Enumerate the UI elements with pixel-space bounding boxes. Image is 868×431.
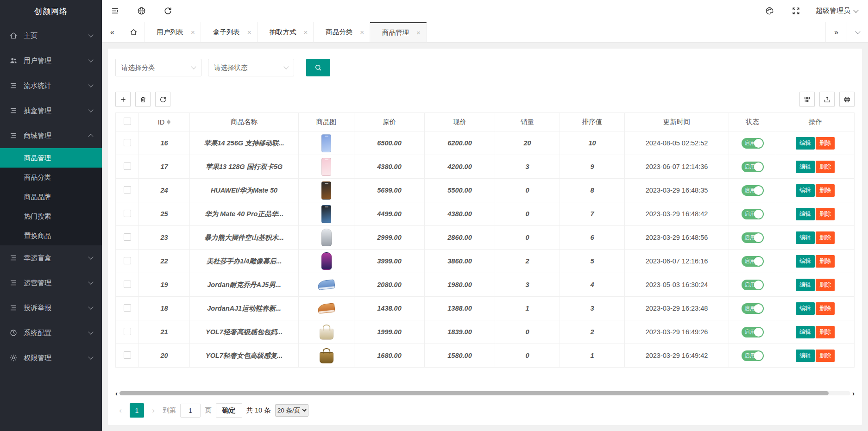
submenu-item-2[interactable]: 商品品牌 (0, 187, 102, 206)
submenu-item-0[interactable]: 商品管理 (0, 148, 102, 168)
submenu-item-1[interactable]: 商品分类 (0, 168, 102, 187)
delete-button[interactable]: 删除 (816, 208, 835, 220)
row-checkbox[interactable] (124, 328, 131, 335)
edit-button[interactable]: 编辑 (796, 161, 815, 173)
delete-button[interactable]: 删除 (816, 326, 835, 338)
row-checkbox[interactable] (124, 281, 131, 288)
product-thumbnail[interactable] (321, 252, 332, 270)
globe-icon[interactable] (128, 0, 155, 22)
tab-抽取方式[interactable]: 抽取方式× (258, 22, 314, 42)
product-thumbnail[interactable] (321, 205, 331, 223)
delete-button[interactable]: 删除 (816, 279, 835, 291)
status-toggle[interactable]: 启用 (742, 185, 764, 196)
confirm-page-button[interactable]: 确定 (216, 403, 242, 418)
sidebar-item-users[interactable]: 用户管理 (0, 48, 102, 73)
search-button[interactable] (306, 59, 330, 76)
sidebar-item-perm[interactable]: 权限管理 (0, 345, 102, 370)
delete-button[interactable]: 删除 (816, 231, 835, 244)
status-toggle[interactable]: 启用 (742, 232, 764, 243)
prev-page-button[interactable]: ‹ (115, 406, 126, 415)
product-thumbnail[interactable] (317, 279, 335, 290)
product-thumbnail[interactable] (320, 329, 333, 340)
table-refresh-button[interactable] (155, 92, 170, 107)
columns-filter-button[interactable] (799, 92, 815, 107)
row-checkbox[interactable] (124, 139, 131, 146)
close-icon[interactable]: × (191, 29, 195, 36)
sidebar-item-flow[interactable]: 流水统计 (0, 73, 102, 98)
tab-商品分类[interactable]: 商品分类× (314, 22, 370, 42)
scrollbar-thumb[interactable] (120, 391, 829, 395)
sidebar-item-lucky[interactable]: 幸运盲盒 (0, 245, 102, 270)
delete-button[interactable]: 删除 (816, 302, 835, 315)
select-all-checkbox[interactable] (124, 118, 131, 125)
product-thumbnail[interactable] (317, 303, 335, 314)
close-icon[interactable]: × (360, 29, 364, 36)
sidebar-item-ops[interactable]: 运营管理 (0, 270, 102, 295)
export-button[interactable] (819, 92, 835, 107)
edit-button[interactable]: 编辑 (796, 326, 815, 338)
edit-button[interactable]: 编辑 (796, 302, 815, 315)
status-toggle[interactable]: 启用 (742, 256, 764, 267)
sidebar-item-sysconfig[interactable]: 系统配置 (0, 320, 102, 345)
product-thumbnail[interactable] (321, 229, 332, 246)
sort-icon[interactable] (167, 119, 170, 125)
tab-用户列表[interactable]: 用户列表× (145, 22, 201, 42)
sidebar-item-complaint[interactable]: 投诉举报 (0, 295, 102, 320)
category-select[interactable]: 请选择分类 (115, 59, 201, 76)
delete-button[interactable]: 删除 (816, 350, 835, 362)
edit-button[interactable]: 编辑 (796, 208, 815, 220)
submenu-item-3[interactable]: 热门搜索 (0, 206, 102, 226)
sidebar-item-box[interactable]: 抽盒管理 (0, 98, 102, 123)
refresh-icon[interactable] (155, 0, 181, 22)
delete-button[interactable]: 删除 (816, 255, 835, 268)
submenu-item-4[interactable]: 置换商品 (0, 226, 102, 245)
edit-button[interactable]: 编辑 (796, 350, 815, 362)
tab-商品管理[interactable]: 商品管理× (370, 22, 427, 42)
status-toggle[interactable]: 启用 (742, 280, 764, 290)
edit-button[interactable]: 编辑 (796, 137, 815, 150)
tab-盒子列表[interactable]: 盒子列表× (201, 22, 258, 42)
sidebar-item-mall[interactable]: 商城管理 (0, 123, 102, 148)
menu-toggle-icon[interactable] (102, 0, 128, 22)
product-thumbnail[interactable] (320, 352, 333, 363)
edit-button[interactable]: 编辑 (796, 231, 815, 244)
edit-button[interactable]: 编辑 (796, 184, 815, 197)
row-checkbox[interactable] (124, 186, 131, 194)
batch-delete-button[interactable] (135, 92, 151, 107)
row-checkbox[interactable] (124, 162, 131, 170)
status-toggle[interactable]: 启用 (742, 162, 764, 172)
next-page-button[interactable]: › (148, 406, 158, 415)
edit-button[interactable]: 编辑 (796, 255, 815, 268)
product-thumbnail[interactable] (321, 181, 331, 200)
close-icon[interactable]: × (416, 29, 421, 36)
col-id[interactable]: ID (139, 113, 190, 131)
tabs-collapse-button[interactable]: « (102, 22, 123, 42)
scrollbar-track[interactable] (120, 391, 850, 395)
print-button[interactable] (839, 92, 855, 107)
status-toggle[interactable]: 启用 (742, 327, 764, 337)
edit-button[interactable]: 编辑 (796, 279, 815, 291)
row-checkbox[interactable] (124, 257, 131, 264)
delete-button[interactable]: 删除 (816, 161, 835, 173)
scroll-left-icon[interactable]: ‹ (115, 390, 118, 397)
close-icon[interactable]: × (247, 29, 252, 36)
tabs-expand-button[interactable]: » (825, 22, 847, 42)
row-checkbox[interactable] (124, 233, 131, 241)
current-page[interactable]: 1 (130, 403, 144, 418)
product-thumbnail[interactable] (321, 158, 331, 176)
status-toggle[interactable]: 启用 (742, 303, 764, 314)
palette-icon[interactable] (756, 0, 783, 22)
fullscreen-icon[interactable] (783, 0, 809, 22)
user-menu[interactable]: 超级管理员 (809, 0, 868, 22)
delete-button[interactable]: 删除 (816, 137, 835, 150)
page-size-select[interactable]: 20 条/页 (275, 404, 308, 417)
sidebar-item-home[interactable]: 主页 (0, 23, 102, 48)
add-button[interactable] (115, 92, 131, 107)
product-thumbnail[interactable] (321, 134, 331, 152)
status-toggle[interactable]: 启用 (742, 350, 764, 361)
status-select[interactable]: 请选择状态 (208, 59, 294, 76)
tabs-more-button[interactable] (847, 22, 868, 42)
delete-button[interactable]: 删除 (816, 184, 835, 197)
goto-page-input[interactable] (180, 404, 201, 418)
status-toggle[interactable]: 启用 (742, 138, 764, 149)
